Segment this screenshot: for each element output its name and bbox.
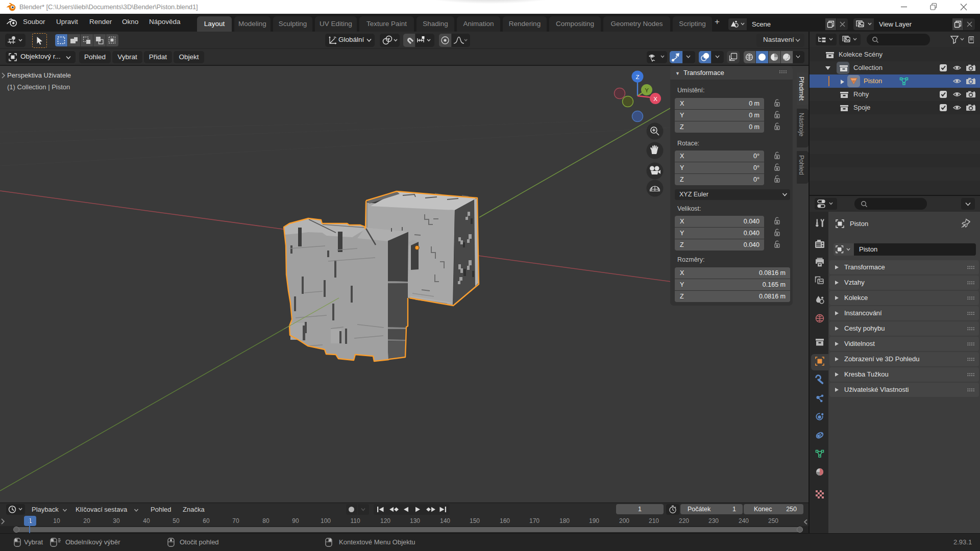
svg-text:X: X xyxy=(653,96,657,102)
svg-text:Z: Z xyxy=(635,74,639,80)
svg-text:Y: Y xyxy=(645,87,649,93)
svg-text:(1) Collection | Piston: (1) Collection | Piston xyxy=(7,83,70,91)
svg-text:Perspektiva Uživatele: Perspektiva Uživatele xyxy=(7,71,71,79)
